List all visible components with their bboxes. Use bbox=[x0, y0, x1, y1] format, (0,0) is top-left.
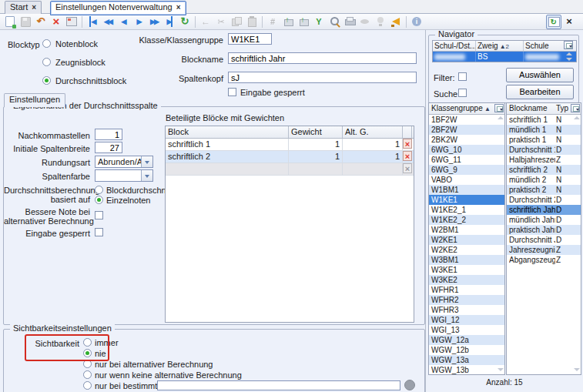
blockname-header[interactable]: Blockname Typ bbox=[507, 103, 581, 115]
cell-alt-g[interactable]: 1 bbox=[343, 139, 403, 150]
list-item[interactable]: 6WG_9 bbox=[429, 165, 504, 175]
faecher-input[interactable] bbox=[157, 380, 400, 390]
radio-nur-bei-faechern[interactable] bbox=[83, 381, 92, 390]
list-item[interactable]: mündlich 2N bbox=[507, 175, 581, 185]
spaltenbreite-input[interactable] bbox=[95, 142, 122, 153]
cell-alt-g[interactable]: 1 bbox=[343, 151, 403, 162]
list-item[interactable]: WFHR1 bbox=[429, 285, 504, 295]
faecher-picker-button[interactable] bbox=[404, 380, 415, 390]
delete-button[interactable] bbox=[49, 15, 64, 29]
klassengruppe-header[interactable]: Klassengruppe ▲ bbox=[429, 103, 504, 115]
table-row[interactable]: schriftlich 2 1 1 × bbox=[166, 151, 414, 163]
radio-notenblock[interactable] bbox=[42, 39, 51, 48]
table-row[interactable]: schriftlich 1 1 1 × bbox=[166, 139, 414, 151]
col-zweig[interactable]: Zweig▲2 bbox=[476, 41, 524, 51]
table-row-empty[interactable]: × bbox=[166, 163, 414, 176]
list-item[interactable]: W2KE1 bbox=[429, 235, 504, 245]
list-item[interactable]: JahreszeugnisZ bbox=[507, 245, 581, 255]
list-item[interactable]: W1KE1 bbox=[429, 195, 504, 205]
list-item[interactable]: W1KE2_2 bbox=[429, 215, 504, 225]
col-schule[interactable]: Schule bbox=[524, 41, 564, 51]
spaltenfarbe-select[interactable] bbox=[95, 169, 153, 182]
list-item[interactable]: praktisch 1N bbox=[507, 135, 581, 145]
list-item[interactable]: Durchschnitt J...D bbox=[507, 235, 581, 245]
spaltenkopf-input[interactable] bbox=[228, 72, 417, 83]
list-item[interactable]: 6WG_10 bbox=[429, 145, 504, 155]
list-item[interactable]: 1BF2W bbox=[429, 115, 504, 125]
bessere-note-checkbox[interactable] bbox=[95, 211, 103, 219]
cell-gewicht[interactable]: 1 bbox=[289, 151, 343, 162]
info-button[interactable]: i bbox=[409, 15, 424, 29]
list-item[interactable]: WFHR2 bbox=[429, 295, 504, 305]
list-item[interactable]: W1KE2_1 bbox=[429, 205, 504, 215]
col-block[interactable]: Block bbox=[166, 126, 289, 138]
list-item[interactable]: WGW_12b bbox=[429, 345, 504, 355]
column-picker-icon[interactable] bbox=[494, 104, 504, 112]
list-item[interactable]: schriftlich 2N bbox=[507, 165, 581, 175]
list-item[interactable]: W3KE2 bbox=[429, 275, 504, 285]
print-button[interactable] bbox=[342, 15, 357, 29]
undo-button[interactable] bbox=[33, 15, 49, 29]
search-button[interactable] bbox=[327, 15, 342, 29]
chevron-down-icon[interactable] bbox=[141, 170, 152, 181]
number-button[interactable] bbox=[265, 15, 280, 29]
save-button[interactable] bbox=[18, 15, 33, 29]
list-item[interactable]: WFHR3 bbox=[429, 305, 504, 315]
list-item[interactable]: WGI_13 bbox=[429, 325, 504, 335]
eingabe-gesperrt-checkbox[interactable] bbox=[228, 88, 236, 96]
fast-forward-button[interactable]: ▶▶ bbox=[146, 15, 162, 29]
list-item[interactable]: WGW_13a bbox=[429, 355, 504, 365]
filter-checkbox[interactable] bbox=[458, 72, 467, 81]
list-item[interactable]: schriftlich JahrD bbox=[507, 205, 581, 215]
list-item[interactable]: praktisch JahrD bbox=[507, 225, 581, 235]
cell-block[interactable]: schriftlich 1 bbox=[166, 139, 289, 150]
hint-button[interactable] bbox=[373, 15, 388, 29]
new-record-button[interactable] bbox=[2, 15, 18, 29]
column-picker-icon[interactable] bbox=[564, 41, 573, 49]
navigate-back-button[interactable] bbox=[198, 15, 213, 29]
rundungsart-select[interactable]: Abrunden/Abschne bbox=[95, 156, 153, 168]
col-alt-g[interactable]: Alt. G. bbox=[343, 126, 403, 138]
auswaehlen-button[interactable]: Auswählen bbox=[506, 68, 574, 82]
column-picker-icon[interactable] bbox=[571, 104, 580, 112]
scroll-up-icon[interactable] bbox=[566, 52, 571, 56]
paste-button[interactable] bbox=[244, 15, 260, 29]
eingabe-gesperrt2-checkbox[interactable] bbox=[95, 228, 103, 236]
radio-blockdurchschnitten[interactable] bbox=[95, 186, 103, 194]
next-record-button[interactable]: ▶ bbox=[131, 15, 146, 29]
col-gewicht[interactable]: Gewicht bbox=[289, 126, 343, 138]
list-item[interactable]: W2KE2 bbox=[429, 245, 504, 255]
list-item[interactable]: W3KE1 bbox=[429, 265, 504, 275]
tab-einstellungen-section[interactable]: Einstellungen bbox=[4, 93, 65, 107]
list-item[interactable]: schriftlich 1N bbox=[507, 115, 581, 125]
tab-start[interactable]: Start× bbox=[5, 1, 42, 14]
merge-button[interactable] bbox=[311, 15, 327, 29]
scroll-up-icon[interactable] bbox=[498, 116, 503, 120]
radio-einzelnoten[interactable] bbox=[95, 196, 103, 204]
scroll-down-icon[interactable] bbox=[574, 368, 579, 372]
radio-durchschnittsblock[interactable] bbox=[42, 76, 51, 85]
import-button[interactable] bbox=[280, 15, 296, 29]
list-item[interactable]: Durchschnitt 2D bbox=[507, 195, 581, 205]
last-record-button[interactable]: ▶ bbox=[162, 15, 177, 29]
list-item[interactable]: 2BK2W bbox=[429, 135, 504, 145]
scroll-down-icon[interactable] bbox=[498, 368, 503, 372]
copy-button[interactable] bbox=[229, 15, 244, 29]
list-item[interactable]: mündlich JahrD bbox=[507, 215, 581, 225]
radio-zeugnisblock[interactable] bbox=[42, 58, 51, 66]
nachkommastellen-input[interactable] bbox=[95, 129, 122, 140]
list-item[interactable]: praktisch 2N bbox=[507, 185, 581, 195]
preview-button[interactable] bbox=[357, 15, 373, 29]
chevron-down-icon[interactable] bbox=[141, 156, 152, 167]
scroll-up-icon[interactable] bbox=[574, 116, 579, 120]
list-item[interactable]: W2BM1 bbox=[429, 225, 504, 235]
list-item[interactable]: 2BF2W bbox=[429, 125, 504, 135]
notification-button[interactable] bbox=[388, 15, 404, 29]
tab-close-icon[interactable]: × bbox=[32, 3, 36, 12]
list-item[interactable]: Halbjahreszeu...Z bbox=[507, 155, 581, 165]
close-panel-button[interactable] bbox=[561, 15, 577, 29]
tab-close-icon[interactable]: × bbox=[176, 3, 181, 12]
col-schul-dst[interactable]: Schul-/Dst....▲1 bbox=[433, 41, 476, 51]
bearbeiten-button[interactable]: Bearbeiten bbox=[506, 85, 574, 99]
list-item[interactable]: WGW_13b bbox=[429, 365, 504, 375]
